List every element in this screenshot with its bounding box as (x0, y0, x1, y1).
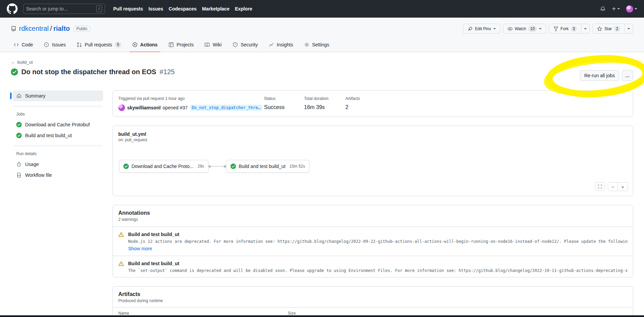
top-header: Search or jump to... / Pull requests Iss… (0, 0, 644, 18)
window-bottom-edge (0, 315, 644, 317)
run-details-section-label: Run details (13, 151, 103, 159)
tab-insights[interactable]: Insights (263, 38, 299, 52)
nav-pull-requests[interactable]: Pull requests (113, 6, 143, 12)
tab-wiki[interactable]: Wiki (199, 38, 227, 52)
eye-icon (507, 26, 513, 31)
graph-icon (269, 42, 274, 47)
duration-label: Total duration (304, 96, 345, 101)
actor-name[interactable]: skywilliamsonl (127, 105, 161, 110)
nav-marketplace[interactable]: Marketplace (202, 6, 229, 12)
success-check-icon (123, 164, 129, 169)
run-page: ← build_ut Do not stop the dispatcher th… (0, 52, 644, 317)
pin-icon (467, 26, 473, 31)
back-to-workflow-link[interactable]: ← build_ut (11, 60, 633, 65)
job-node-download-protobuf[interactable]: Download and Cache Proto... 29s (119, 160, 208, 173)
artifacts-count-value: 2 (345, 104, 360, 110)
back-arrow-icon: ← (11, 60, 15, 65)
plus-icon: + (621, 184, 624, 189)
zoom-out-button[interactable]: − (608, 182, 618, 191)
sidebar-item-summary[interactable]: Summary (13, 90, 103, 101)
minus-icon: − (611, 184, 615, 189)
slash-shortcut-key: / (96, 5, 102, 12)
tab-pull-requests[interactable]: Pull requests 5 (71, 38, 127, 52)
book-icon (204, 42, 210, 47)
sidebar-job-build-test[interactable]: Build and test build_ut (13, 130, 103, 141)
graph-connector (208, 165, 226, 168)
plus-icon: + (612, 5, 616, 12)
artifacts-card: Artifacts Produced during runtime Name S… (113, 286, 633, 317)
sidebar-job-download-protobuf[interactable]: Download and Cache Protobuf (13, 119, 103, 130)
annotations-subtitle: 2 warnings (118, 217, 627, 222)
shield-icon (233, 42, 238, 47)
tab-projects[interactable]: Projects (163, 38, 199, 52)
run-title-text: Do not stop the dispatcher thread on EOS (21, 68, 156, 76)
run-main: Triggered via pull request 1 hour ago sk… (113, 90, 633, 317)
artifacts-label: Artifacts (345, 96, 360, 101)
branch-label[interactable]: Do_not_stop_dispatcher_thre… (190, 105, 262, 111)
status-value: Success (264, 104, 304, 110)
tab-issues[interactable]: Issues (38, 38, 71, 52)
repo-owner-link[interactable]: rdkcentral (19, 25, 49, 33)
annotation-message: The `set-output` command is deprecated a… (128, 268, 627, 273)
fork-button[interactable]: Fork 3 (549, 24, 582, 34)
duration-value: 16m 39s (304, 104, 345, 110)
fork-dropdown-button[interactable] (581, 24, 590, 34)
annotations-card: Annotations 2 warnings Build and test bu… (113, 205, 633, 277)
nav-issues[interactable]: Issues (148, 6, 163, 12)
sidebar-item-usage[interactable]: Usage (13, 159, 103, 170)
artifacts-title: Artifacts (118, 291, 627, 297)
warning-icon (118, 232, 124, 237)
show-more-link[interactable]: Show more (128, 246, 152, 251)
workflow-file-name: build_ut.yml (118, 131, 627, 137)
triggered-text: Triggered via pull request 1 hour ago (118, 96, 264, 101)
edit-pins-button[interactable]: Edit Pins (463, 24, 500, 34)
repo-tabs: Code Issues Pull requests 5 Actions Proj… (0, 38, 644, 52)
tab-code[interactable]: Code (8, 38, 38, 52)
nav-explore[interactable]: Explore (235, 6, 252, 12)
notifications-bell-icon[interactable] (600, 6, 606, 12)
fullscreen-button[interactable] (595, 182, 605, 191)
pull-request-icon (77, 42, 82, 47)
tab-actions[interactable]: Actions (127, 38, 163, 52)
zoom-in-button[interactable]: + (618, 182, 628, 191)
sidebar-item-workflow-file[interactable]: Workflow file (13, 170, 103, 181)
home-icon (16, 93, 22, 99)
star-button[interactable]: Star 2 (592, 24, 625, 34)
rerun-all-jobs-button[interactable]: Re-run all jobs (580, 70, 619, 81)
success-check-icon (230, 164, 236, 169)
artifacts-subtitle: Produced during runtime (118, 298, 627, 303)
github-logo-icon[interactable] (7, 3, 18, 14)
success-check-icon (16, 133, 22, 138)
create-new-button[interactable]: + (612, 5, 620, 12)
fork-icon (553, 26, 559, 31)
success-check-icon (16, 122, 22, 127)
run-summary-card: Triggered via pull request 1 hour ago sk… (113, 90, 633, 117)
annotation-warning: Build and test build_ut The `set-output`… (113, 256, 633, 277)
user-menu[interactable] (626, 5, 637, 13)
run-title: Do not stop the dispatcher thread on EOS… (11, 68, 175, 76)
watch-button[interactable]: Watch 10 (503, 24, 546, 34)
annotation-job-name: Build and test build_ut (128, 261, 627, 266)
workflow-trigger: on: pull_request (118, 138, 627, 142)
job-duration: 15m 52s (289, 164, 305, 169)
size-column-header: Size (288, 311, 614, 316)
run-number: #125 (160, 68, 175, 76)
tab-security[interactable]: Security (227, 38, 263, 52)
repo-name-link[interactable]: rialto (53, 25, 70, 33)
kebab-menu-button[interactable]: … (622, 70, 633, 81)
tab-settings[interactable]: Settings (299, 38, 335, 52)
nav-codespaces[interactable]: Codespaces (169, 6, 197, 12)
repo-icon (11, 26, 16, 31)
avatar (626, 5, 633, 13)
warning-icon (118, 261, 124, 267)
star-dropdown-button[interactable] (625, 24, 633, 34)
fullscreen-icon (598, 184, 602, 189)
pull-requests-count: 5 (115, 42, 121, 48)
fork-count: 3 (571, 26, 577, 32)
status-label: Status (264, 96, 304, 101)
actor-avatar[interactable] (118, 104, 125, 111)
annotation-job-name: Build and test build_ut (128, 232, 627, 237)
projects-icon (168, 42, 174, 47)
job-node-build-test[interactable]: Build and test build_ut 15m 52s (226, 160, 309, 173)
search-input[interactable]: Search or jump to... / (23, 4, 105, 14)
